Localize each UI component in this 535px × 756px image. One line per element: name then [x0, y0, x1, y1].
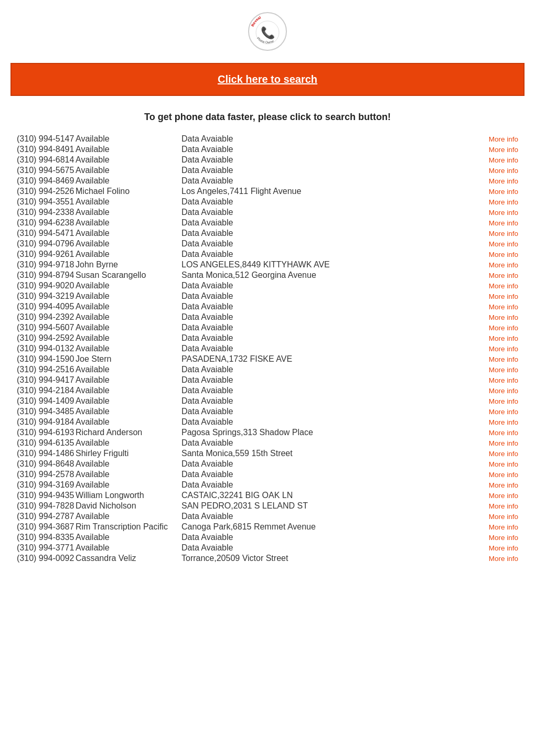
more-info-link[interactable]: More info — [489, 471, 518, 479]
more-info-link[interactable]: More info — [489, 135, 518, 143]
more-info-link[interactable]: More info — [489, 555, 518, 563]
more-info-link[interactable]: More info — [489, 523, 518, 531]
more-info-cell[interactable]: More info — [482, 386, 534, 395]
more-info-cell[interactable]: More info — [482, 323, 534, 332]
address: Data Avaiable — [181, 396, 480, 406]
more-info-link[interactable]: More info — [489, 198, 518, 206]
more-info-link[interactable]: More info — [489, 376, 518, 384]
more-info-cell[interactable]: More info — [482, 459, 534, 469]
table-row: (310) 994-9184AvailableData AvaiableMore… — [1, 417, 534, 427]
more-info-link[interactable]: More info — [489, 502, 518, 510]
more-info-link[interactable]: More info — [489, 230, 518, 237]
more-info-cell[interactable]: More info — [482, 428, 534, 437]
more-info-cell[interactable]: More info — [482, 260, 534, 269]
more-info-cell[interactable]: More info — [482, 449, 534, 458]
more-info-link[interactable]: More info — [489, 251, 518, 258]
more-info-cell[interactable]: More info — [482, 480, 534, 490]
more-info-link[interactable]: More info — [489, 188, 518, 196]
more-info-link[interactable]: More info — [489, 534, 518, 542]
table-row: (310) 994-0796AvailableData AvaiableMore… — [1, 239, 534, 249]
more-info-link[interactable]: More info — [489, 387, 518, 395]
more-info-link[interactable]: More info — [489, 408, 518, 416]
search-banner[interactable]: Click here to search — [10, 63, 525, 96]
more-info-link[interactable]: More info — [489, 293, 518, 300]
more-info-cell[interactable]: More info — [482, 145, 534, 154]
more-info-cell[interactable]: More info — [482, 417, 534, 427]
more-info-link[interactable]: More info — [489, 282, 518, 290]
more-info-link[interactable]: More info — [489, 366, 518, 374]
more-info-link[interactable]: More info — [489, 418, 518, 426]
more-info-cell[interactable]: More info — [482, 533, 534, 542]
more-info-cell[interactable]: More info — [482, 491, 534, 500]
more-info-cell[interactable]: More info — [482, 512, 534, 521]
more-info-cell[interactable]: More info — [482, 187, 534, 196]
more-info-cell[interactable]: More info — [482, 271, 534, 280]
more-info-cell[interactable]: More info — [482, 155, 534, 165]
more-info-cell[interactable]: More info — [482, 344, 534, 353]
more-info-cell[interactable]: More info — [482, 396, 534, 406]
more-info-link[interactable]: More info — [489, 355, 518, 363]
more-info-link[interactable]: More info — [489, 460, 518, 468]
more-info-link[interactable]: More info — [489, 219, 518, 227]
more-info-link[interactable]: More info — [489, 324, 518, 332]
more-info-link[interactable]: More info — [489, 513, 518, 521]
more-info-cell[interactable]: More info — [482, 354, 534, 364]
more-info-link[interactable]: More info — [489, 450, 518, 458]
search-button[interactable]: Click here to search — [218, 73, 317, 85]
more-info-cell[interactable]: More info — [482, 229, 534, 238]
more-info-cell[interactable]: More info — [482, 438, 534, 448]
owner-name: David Nicholson — [76, 501, 180, 511]
more-info-cell[interactable]: More info — [482, 365, 534, 374]
address: Data Avaiable — [181, 281, 480, 290]
more-info-link[interactable]: More info — [489, 156, 518, 164]
phone-number: (310) 994-8469 — [1, 176, 74, 186]
more-info-link[interactable]: More info — [489, 261, 518, 269]
more-info-link[interactable]: More info — [489, 303, 518, 311]
logo-icon: 📞 Reveal Phone Owner — [247, 10, 288, 52]
more-info-link[interactable]: More info — [489, 334, 518, 342]
more-info-link[interactable]: More info — [489, 492, 518, 500]
more-info-cell[interactable]: More info — [482, 134, 534, 144]
more-info-link[interactable]: More info — [489, 397, 518, 405]
more-info-link[interactable]: More info — [489, 167, 518, 175]
more-info-link[interactable]: More info — [489, 314, 518, 321]
more-info-cell[interactable]: More info — [482, 312, 534, 322]
more-info-cell[interactable]: More info — [482, 501, 534, 511]
owner-name: Available — [76, 208, 180, 217]
more-info-link[interactable]: More info — [489, 544, 518, 552]
more-info-link[interactable]: More info — [489, 272, 518, 279]
more-info-cell[interactable]: More info — [482, 375, 534, 385]
address: Data Avaiable — [181, 218, 480, 228]
table-row: (310) 994-8648AvailableData AvaiableMore… — [1, 459, 534, 469]
more-info-cell[interactable]: More info — [482, 522, 534, 532]
more-info-cell[interactable]: More info — [482, 176, 534, 186]
more-info-link[interactable]: More info — [489, 439, 518, 447]
more-info-link[interactable]: More info — [489, 345, 518, 353]
owner-name: Susan Scarangello — [76, 271, 180, 280]
address: Data Avaiable — [181, 250, 480, 259]
more-info-link[interactable]: More info — [489, 481, 518, 489]
more-info-cell[interactable]: More info — [482, 554, 534, 563]
table-row: (310) 994-6193Richard AndersonPagosa Spr… — [1, 428, 534, 437]
more-info-cell[interactable]: More info — [482, 197, 534, 207]
more-info-cell[interactable]: More info — [482, 250, 534, 259]
table-row: (310) 994-6814AvailableData AvaiableMore… — [1, 155, 534, 165]
more-info-cell[interactable]: More info — [482, 302, 534, 311]
more-info-link[interactable]: More info — [489, 146, 518, 154]
more-info-cell[interactable]: More info — [482, 291, 534, 301]
more-info-cell[interactable]: More info — [482, 470, 534, 479]
more-info-cell[interactable]: More info — [482, 543, 534, 553]
more-info-cell[interactable]: More info — [482, 333, 534, 343]
more-info-cell[interactable]: More info — [482, 407, 534, 416]
more-info-link[interactable]: More info — [489, 429, 518, 437]
more-info-cell[interactable]: More info — [482, 208, 534, 217]
more-info-cell[interactable]: More info — [482, 218, 534, 228]
more-info-link[interactable]: More info — [489, 209, 518, 217]
more-info-cell[interactable]: More info — [482, 166, 534, 175]
more-info-cell[interactable]: More info — [482, 239, 534, 249]
phone-number: (310) 994-4095 — [1, 302, 74, 311]
table-row: (310) 994-3485AvailableData AvaiableMore… — [1, 407, 534, 416]
more-info-link[interactable]: More info — [489, 240, 518, 248]
more-info-cell[interactable]: More info — [482, 281, 534, 290]
more-info-link[interactable]: More info — [489, 177, 518, 185]
